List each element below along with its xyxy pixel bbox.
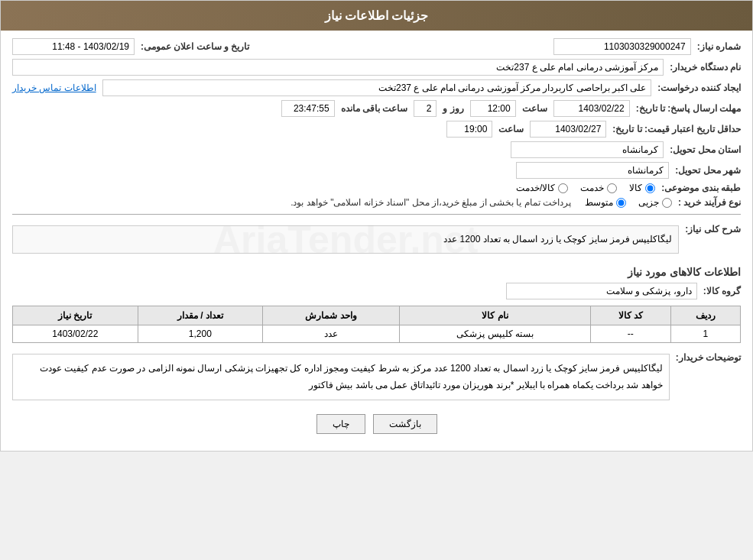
process-option-partial: جزیی	[638, 197, 672, 208]
process-label: نوع فرآیند خرید :	[678, 197, 741, 208]
buyer-org-value: مرکز آموزشی درمانی امام علی ع 237تخت	[12, 59, 664, 76]
type-radio-goods[interactable]	[645, 183, 655, 193]
page-header: جزئیات اطلاعات نیاز	[1, 1, 752, 31]
response-remaining: 23:47:55	[281, 100, 335, 117]
col-header-unit: واحد شمارش	[263, 306, 400, 325]
response-date: 1403/02/22	[553, 100, 630, 117]
table-cell-unit: عدد	[263, 325, 400, 343]
type-option-goods: کالا	[629, 183, 655, 193]
response-days: 2	[414, 100, 437, 117]
goods-table: ردیف کد کالا نام کالا واحد شمارش تعداد /…	[12, 306, 741, 343]
col-header-name: نام کالا	[400, 306, 591, 325]
goods-group-label: گروه کالا:	[703, 286, 741, 296]
goods-section-title: اطلاعات کالاهای مورد نیاز	[12, 266, 741, 278]
goods-table-header-row: ردیف کد کالا نام کالا واحد شمارش تعداد /…	[13, 306, 741, 325]
need-description-label: شرح کلی نیاز:	[685, 224, 741, 235]
table-row: 1--بسته کلیپس پزشکیعدد1,2001403/02/22	[13, 325, 741, 343]
page-container: جزئیات اطلاعات نیاز شماره نیاز: 11030303…	[0, 0, 753, 452]
type-radio-service[interactable]	[607, 183, 617, 193]
back-button[interactable]: بازگشت	[373, 414, 437, 434]
goods-table-header: ردیف کد کالا نام کالا واحد شمارش تعداد /…	[13, 306, 741, 325]
goods-group-value: دارو، پزشکی و سلامت	[506, 283, 697, 299]
response-days-label: روز و	[443, 103, 463, 114]
process-label-medium: متوسط	[585, 197, 613, 208]
buyer-notes-label: توضیحات خریدار:	[676, 352, 741, 363]
type-label: طبقه بندی موضوعی:	[661, 183, 741, 193]
city-label: شهر محل تحویل:	[675, 165, 741, 176]
price-validity-time: 19:00	[446, 121, 492, 138]
need-description-text: لیگاکلیپس فرمز سایز کوچک یا زرد اسمال به…	[443, 234, 672, 244]
buyer-notes-text: لیگاکلیپس فرمز سایز کوچک یا زرد اسمال به…	[40, 363, 663, 390]
type-radio-group: کالا خدمت کالا/خدمت	[516, 183, 655, 193]
city-value: کرمانشاه	[516, 162, 669, 179]
response-time-label: ساعت	[522, 103, 547, 114]
response-time: 12:00	[470, 100, 516, 117]
goods-table-body: 1--بسته کلیپس پزشکیعدد1,2001403/02/22	[13, 325, 741, 343]
table-cell-date: 1403/02/22	[13, 325, 138, 343]
creator-label: ایجاد کننده درخواست:	[657, 83, 741, 93]
response-deadline-label: مهلت ارسال پاسخ: تا تاریخ:	[636, 103, 741, 114]
col-header-code: کد کالا	[590, 306, 670, 325]
need-number-label: شماره نیاز:	[697, 41, 741, 52]
process-radio-medium[interactable]	[616, 198, 626, 208]
col-header-date: تاریخ نیاز	[13, 306, 138, 325]
table-cell-name: بسته کلیپس پزشکی	[400, 325, 591, 343]
need-number-value: 1103030329000247	[553, 38, 691, 55]
print-button[interactable]: چاپ	[316, 414, 365, 434]
table-cell-code: --	[590, 325, 670, 343]
type-option-both: کالا/خدمت	[516, 183, 568, 193]
page-title: جزئیات اطلاعات نیاز	[325, 9, 429, 22]
buyer-notes-value: لیگاکلیپس فرمز سایز کوچک یا زرد اسمال به…	[12, 354, 670, 400]
price-validity-time-label: ساعت	[498, 124, 524, 134]
contact-link[interactable]: اطلاعات تماس خریدار	[12, 83, 96, 93]
process-note: پرداخت تمام یا بخشی از مبلغ خرید،از محل …	[290, 197, 571, 208]
process-label-partial: جزیی	[638, 197, 659, 208]
table-cell-row: 1	[670, 325, 740, 343]
col-header-quantity: تعداد / مقدار	[138, 306, 262, 325]
process-radio-group: جزیی متوسط	[585, 197, 672, 208]
divider-1	[12, 214, 741, 215]
type-label-both: کالا/خدمت	[516, 183, 555, 193]
price-validity-label: حداقل تاریخ اعتبار قیمت: تا تاریخ:	[612, 124, 741, 134]
province-label: استان محل تحویل:	[670, 144, 741, 155]
buttons-row: بازگشت چاپ	[12, 414, 741, 434]
announcement-value: 1403/02/19 - 11:48	[12, 38, 135, 55]
type-label-goods: کالا	[629, 183, 642, 193]
table-cell-quantity: 1,200	[138, 325, 262, 343]
process-radio-partial[interactable]	[662, 198, 672, 208]
buyer-org-label: نام دستگاه خریدار:	[670, 62, 741, 73]
need-description-value: لیگاکلیپس فرمز سایز کوچک یا زرد اسمال به…	[12, 225, 679, 254]
content-area: شماره نیاز: 1103030329000247 تاریخ و ساع…	[1, 31, 752, 451]
price-validity-date: 1403/02/27	[530, 121, 606, 138]
col-header-row: ردیف	[670, 306, 740, 325]
announcement-label: تاریخ و ساعت اعلان عمومی:	[141, 41, 249, 52]
watermark-text: AriaTender.net	[213, 209, 478, 270]
type-radio-both[interactable]	[558, 183, 568, 193]
response-remaining-label: ساعت باقی مانده	[341, 103, 408, 114]
process-option-medium: متوسط	[585, 197, 626, 208]
creator-value: علی اکبر براحاصی کاربردار مرکز آموزشی در…	[102, 79, 652, 96]
province-value: کرمانشاه	[511, 141, 664, 158]
type-label-service: خدمت	[580, 183, 604, 193]
type-option-service: خدمت	[580, 183, 617, 193]
